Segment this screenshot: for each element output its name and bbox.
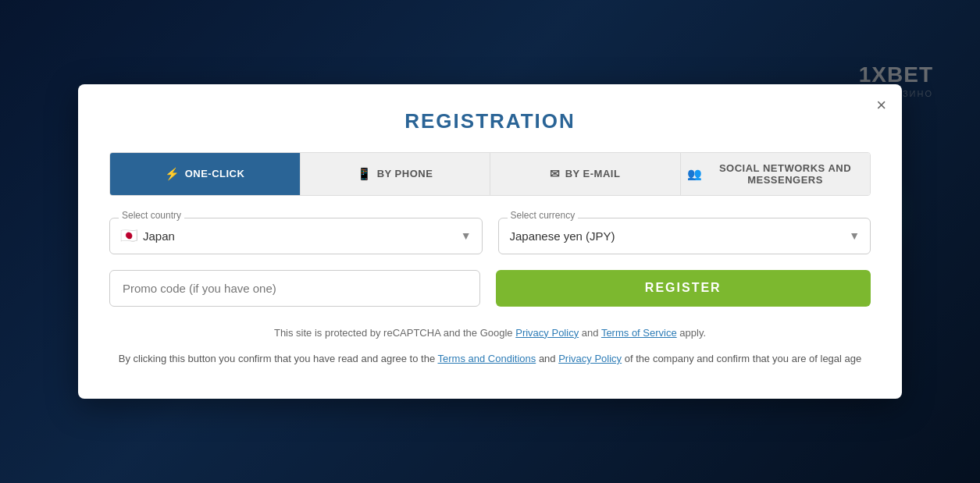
tab-social[interactable]: 👥 SOCIAL NETWORKS AND MESSENGERS <box>681 153 871 195</box>
legal-and2: and <box>539 353 556 364</box>
register-button[interactable]: REGISTER <box>496 270 871 307</box>
legal-apply: apply. <box>679 327 706 339</box>
country-select-wrapper: 🇯🇵 Japan ▼ <box>109 218 483 254</box>
promo-register-row: REGISTER <box>109 270 871 307</box>
tab-by-email-label: BY E-MAIL <box>565 168 621 179</box>
privacy-policy-link[interactable]: Privacy Policy <box>515 327 579 339</box>
tab-by-phone[interactable]: 📱 BY PHONE <box>301 153 491 195</box>
tab-one-click-label: ONE-CLICK <box>185 168 245 179</box>
confirm-text-1: By clicking this button you confirm that… <box>119 353 435 364</box>
social-icon: 👥 <box>687 167 703 181</box>
country-select[interactable]: Japan <box>109 218 483 254</box>
phone-icon: 📱 <box>357 167 372 181</box>
country-label: Select country <box>119 210 184 221</box>
currency-label: Select currency <box>508 210 579 221</box>
registration-modal: × REGISTRATION ⚡ ONE-CLICK 📱 BY PHONE ✉ … <box>78 84 902 400</box>
recaptcha-legal-text: This site is protected by reCAPTCHA and … <box>109 325 871 342</box>
currency-select[interactable]: Japanese yen (JPY) <box>498 218 871 254</box>
terms-of-service-link[interactable]: Terms of Service <box>601 327 677 339</box>
country-group: Select country 🇯🇵 Japan ▼ <box>109 218 483 254</box>
confirm-text-2: of the company and confirm that you are … <box>625 353 862 364</box>
tab-one-click[interactable]: ⚡ ONE-CLICK <box>110 153 301 195</box>
registration-tabs: ⚡ ONE-CLICK 📱 BY PHONE ✉ BY E-MAIL 👥 SOC… <box>109 152 871 196</box>
privacy-policy2-link[interactable]: Privacy Policy <box>558 353 622 364</box>
lightning-icon: ⚡ <box>165 167 180 181</box>
currency-group: Select currency Japanese yen (JPY) ▼ <box>498 218 871 254</box>
terms-conditions-link[interactable]: Terms and Conditions <box>438 353 536 364</box>
tab-by-phone-label: BY PHONE <box>377 168 433 179</box>
legal-and1: and <box>582 327 599 339</box>
modal-title: REGISTRATION <box>109 109 871 133</box>
recaptcha-text: This site is protected by reCAPTCHA and … <box>274 327 513 339</box>
modal-backdrop: × REGISTRATION ⚡ ONE-CLICK 📱 BY PHONE ✉ … <box>0 0 980 483</box>
email-icon: ✉ <box>550 167 561 181</box>
confirm-legal-text: By clicking this button you confirm that… <box>109 350 871 368</box>
tab-by-email[interactable]: ✉ BY E-MAIL <box>490 153 681 195</box>
currency-select-wrapper: Japanese yen (JPY) ▼ <box>498 218 871 254</box>
country-currency-row: Select country 🇯🇵 Japan ▼ Select currenc… <box>109 218 871 254</box>
tab-social-label: SOCIAL NETWORKS AND MESSENGERS <box>707 162 864 186</box>
promo-code-input[interactable] <box>109 270 480 307</box>
close-button[interactable]: × <box>876 97 886 114</box>
